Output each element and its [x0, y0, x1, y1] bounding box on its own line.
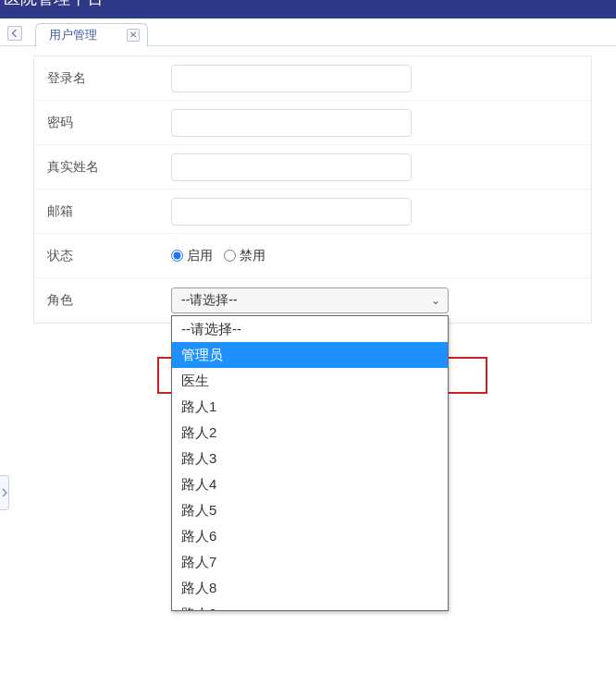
role-option[interactable]: 路人7: [172, 549, 448, 575]
row-role: 角色 --请选择-- ⌄ --请选择--管理员医生路人1路人2路人3路人4路人5…: [34, 278, 591, 323]
app-header: 医院管理平台: [0, 0, 616, 18]
role-option[interactable]: 路人9: [172, 601, 448, 611]
close-icon: ✕: [129, 31, 137, 40]
status-disable-text: 禁用: [240, 248, 265, 264]
role-option[interactable]: 管理员: [172, 342, 448, 368]
status-enable-input[interactable]: [171, 250, 183, 262]
user-form: 登录名 密码 真实姓名 邮箱 状态: [33, 55, 592, 324]
chevron-down-icon: ⌄: [431, 294, 440, 307]
role-dropdown[interactable]: --请选择--管理员医生路人1路人2路人3路人4路人5路人6路人7路人8路人9: [171, 315, 449, 611]
row-email: 邮箱: [34, 190, 591, 234]
row-login-name: 登录名: [34, 56, 591, 101]
left-edge-toggle[interactable]: [0, 475, 9, 510]
email-label: 邮箱: [34, 203, 171, 220]
role-select-display[interactable]: --请选择-- ⌄: [171, 288, 449, 313]
role-option[interactable]: --请选择--: [172, 316, 448, 342]
status-label: 状态: [34, 248, 171, 264]
real-name-label: 真实姓名: [34, 159, 171, 176]
role-option[interactable]: 路人3: [172, 446, 448, 471]
real-name-input[interactable]: [171, 153, 412, 181]
status-disable-radio[interactable]: 禁用: [224, 248, 265, 264]
email-input[interactable]: [171, 198, 412, 226]
login-name-input[interactable]: [171, 65, 412, 92]
tab-close-button[interactable]: ✕: [127, 29, 140, 42]
role-select[interactable]: --请选择-- ⌄ --请选择--管理员医生路人1路人2路人3路人4路人5路人6…: [171, 288, 449, 313]
app-title: 医院管理平台: [4, 0, 104, 7]
tab-label: 用户管理: [49, 27, 97, 43]
chevron-left-icon: [11, 30, 18, 37]
status-disable-input[interactable]: [224, 250, 236, 262]
role-option[interactable]: 路人4: [172, 471, 448, 497]
role-option[interactable]: 路人8: [172, 575, 448, 601]
tabs-bar: 用户管理 ✕: [0, 18, 616, 46]
tab-user-management[interactable]: 用户管理 ✕: [35, 23, 148, 47]
role-option[interactable]: 路人1: [172, 394, 448, 420]
role-option[interactable]: 路人6: [172, 523, 448, 549]
role-option[interactable]: 医生: [172, 368, 448, 394]
role-label: 角色: [34, 292, 171, 309]
row-status: 状态 启用 禁用: [34, 234, 591, 278]
status-enable-text: 启用: [187, 248, 213, 264]
role-option[interactable]: 路人5: [172, 497, 448, 523]
sidebar-collapse-button[interactable]: [7, 26, 22, 41]
password-label: 密码: [34, 115, 171, 131]
chevron-right-icon: [2, 488, 7, 497]
role-option[interactable]: 路人2: [172, 420, 448, 446]
password-input[interactable]: [171, 109, 412, 137]
row-real-name: 真实姓名: [34, 145, 591, 190]
role-select-value: --请选择--: [181, 292, 238, 309]
login-name-label: 登录名: [34, 70, 171, 87]
status-enable-radio[interactable]: 启用: [171, 248, 213, 264]
row-password: 密码: [34, 101, 591, 145]
